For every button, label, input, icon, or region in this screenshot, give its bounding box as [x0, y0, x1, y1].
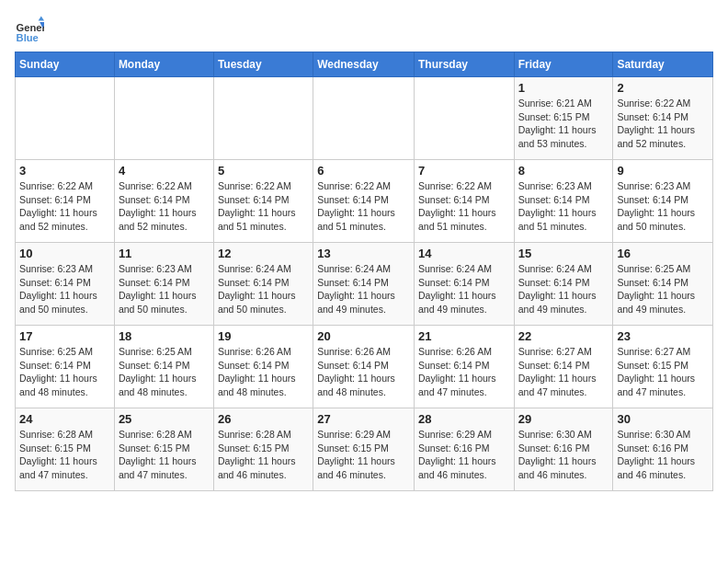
weekday-header: Friday	[514, 52, 613, 77]
weekday-header: Sunday	[16, 52, 115, 77]
day-info: Sunrise: 6:23 AM Sunset: 6:14 PM Dayligh…	[119, 262, 210, 316]
day-number: 5	[218, 164, 309, 178]
day-info: Sunrise: 6:28 AM Sunset: 6:15 PM Dayligh…	[218, 428, 309, 482]
day-number: 9	[617, 164, 709, 178]
day-info: Sunrise: 6:25 AM Sunset: 6:14 PM Dayligh…	[119, 345, 210, 399]
calendar-cell: 17Sunrise: 6:25 AM Sunset: 6:14 PM Dayli…	[16, 326, 115, 408]
weekday-header: Saturday	[613, 52, 713, 77]
day-number: 16	[617, 247, 709, 260]
calendar-cell: 16Sunrise: 6:25 AM Sunset: 6:14 PM Dayli…	[613, 243, 713, 326]
logo: General Blue	[15, 15, 48, 44]
calendar-cell: 23Sunrise: 6:27 AM Sunset: 6:15 PM Dayli…	[613, 326, 713, 408]
calendar-cell: 27Sunrise: 6:29 AM Sunset: 6:15 PM Dayli…	[313, 408, 415, 491]
calendar-cell: 11Sunrise: 6:23 AM Sunset: 6:14 PM Dayli…	[114, 243, 213, 326]
day-number: 10	[19, 247, 110, 260]
svg-marker-2	[39, 17, 44, 21]
day-number: 22	[518, 329, 609, 343]
calendar-table: SundayMondayTuesdayWednesdayThursdayFrid…	[15, 52, 713, 491]
day-number: 14	[418, 247, 510, 260]
day-info: Sunrise: 6:22 AM Sunset: 6:14 PM Dayligh…	[119, 179, 210, 234]
calendar-cell	[16, 77, 115, 160]
day-info: Sunrise: 6:26 AM Sunset: 6:14 PM Dayligh…	[418, 345, 510, 399]
day-info: Sunrise: 6:23 AM Sunset: 6:14 PM Dayligh…	[518, 179, 609, 234]
page-header: General Blue	[15, 15, 713, 44]
day-info: Sunrise: 6:22 AM Sunset: 6:14 PM Dayligh…	[218, 179, 309, 234]
weekday-header: Thursday	[414, 52, 514, 77]
calendar-cell: 9Sunrise: 6:23 AM Sunset: 6:14 PM Daylig…	[613, 160, 713, 243]
day-number: 11	[119, 247, 210, 260]
day-info: Sunrise: 6:21 AM Sunset: 6:15 PM Dayligh…	[518, 97, 609, 151]
calendar-cell: 24Sunrise: 6:28 AM Sunset: 6:15 PM Dayli…	[16, 408, 115, 491]
calendar-cell: 7Sunrise: 6:22 AM Sunset: 6:14 PM Daylig…	[414, 160, 514, 243]
calendar-cell: 22Sunrise: 6:27 AM Sunset: 6:14 PM Dayli…	[514, 326, 613, 408]
calendar-cell: 19Sunrise: 6:26 AM Sunset: 6:14 PM Dayli…	[213, 326, 313, 408]
calendar-cell: 29Sunrise: 6:30 AM Sunset: 6:16 PM Dayli…	[514, 408, 613, 491]
calendar-header: SundayMondayTuesdayWednesdayThursdayFrid…	[16, 52, 713, 77]
day-info: Sunrise: 6:24 AM Sunset: 6:14 PM Dayligh…	[317, 262, 410, 316]
day-number: 25	[119, 412, 210, 426]
calendar-cell: 5Sunrise: 6:22 AM Sunset: 6:14 PM Daylig…	[213, 160, 313, 243]
day-number: 29	[518, 412, 609, 426]
calendar-cell	[313, 77, 415, 160]
day-info: Sunrise: 6:28 AM Sunset: 6:15 PM Dayligh…	[119, 428, 210, 482]
calendar-cell	[213, 77, 313, 160]
day-info: Sunrise: 6:29 AM Sunset: 6:16 PM Dayligh…	[418, 428, 510, 482]
calendar-cell: 1Sunrise: 6:21 AM Sunset: 6:15 PM Daylig…	[514, 77, 613, 160]
svg-text:Blue: Blue	[17, 32, 39, 43]
calendar-cell: 4Sunrise: 6:22 AM Sunset: 6:14 PM Daylig…	[114, 160, 213, 243]
day-number: 4	[119, 164, 210, 178]
calendar-cell: 30Sunrise: 6:30 AM Sunset: 6:16 PM Dayli…	[613, 408, 713, 491]
day-info: Sunrise: 6:27 AM Sunset: 6:14 PM Dayligh…	[518, 345, 609, 399]
day-number: 2	[617, 81, 709, 95]
day-number: 24	[19, 412, 110, 426]
day-info: Sunrise: 6:24 AM Sunset: 6:14 PM Dayligh…	[518, 262, 609, 316]
weekday-header: Tuesday	[213, 52, 313, 77]
day-number: 12	[218, 247, 309, 260]
calendar-cell: 21Sunrise: 6:26 AM Sunset: 6:14 PM Dayli…	[414, 326, 514, 408]
calendar-cell: 3Sunrise: 6:22 AM Sunset: 6:14 PM Daylig…	[16, 160, 115, 243]
day-number: 18	[119, 329, 210, 343]
day-info: Sunrise: 6:23 AM Sunset: 6:14 PM Dayligh…	[617, 179, 709, 234]
calendar-cell: 12Sunrise: 6:24 AM Sunset: 6:14 PM Dayli…	[213, 243, 313, 326]
day-info: Sunrise: 6:22 AM Sunset: 6:14 PM Dayligh…	[617, 97, 709, 151]
day-info: Sunrise: 6:26 AM Sunset: 6:14 PM Dayligh…	[218, 345, 309, 399]
weekday-header: Wednesday	[313, 52, 415, 77]
svg-text:General: General	[17, 22, 44, 33]
day-info: Sunrise: 6:30 AM Sunset: 6:16 PM Dayligh…	[518, 428, 609, 482]
calendar-cell: 2Sunrise: 6:22 AM Sunset: 6:14 PM Daylig…	[613, 77, 713, 160]
day-info: Sunrise: 6:23 AM Sunset: 6:14 PM Dayligh…	[19, 262, 110, 316]
day-info: Sunrise: 6:26 AM Sunset: 6:14 PM Dayligh…	[317, 345, 410, 399]
day-number: 8	[518, 164, 609, 178]
day-number: 15	[518, 247, 609, 260]
calendar-cell: 13Sunrise: 6:24 AM Sunset: 6:14 PM Dayli…	[313, 243, 415, 326]
day-info: Sunrise: 6:22 AM Sunset: 6:14 PM Dayligh…	[418, 179, 510, 234]
day-number: 30	[617, 412, 709, 426]
calendar-cell	[414, 77, 514, 160]
calendar-cell: 6Sunrise: 6:22 AM Sunset: 6:14 PM Daylig…	[313, 160, 415, 243]
day-number: 28	[418, 412, 510, 426]
calendar-cell: 18Sunrise: 6:25 AM Sunset: 6:14 PM Dayli…	[114, 326, 213, 408]
day-number: 26	[218, 412, 309, 426]
day-number: 27	[317, 412, 410, 426]
calendar-cell: 26Sunrise: 6:28 AM Sunset: 6:15 PM Dayli…	[213, 408, 313, 491]
day-info: Sunrise: 6:27 AM Sunset: 6:15 PM Dayligh…	[617, 345, 709, 399]
day-number: 21	[418, 329, 510, 343]
calendar-cell	[114, 77, 213, 160]
day-number: 20	[317, 329, 410, 343]
day-info: Sunrise: 6:24 AM Sunset: 6:14 PM Dayligh…	[418, 262, 510, 316]
calendar-cell: 8Sunrise: 6:23 AM Sunset: 6:14 PM Daylig…	[514, 160, 613, 243]
logo-icon: General Blue	[15, 15, 44, 44]
day-info: Sunrise: 6:30 AM Sunset: 6:16 PM Dayligh…	[617, 428, 709, 482]
day-number: 23	[617, 329, 709, 343]
day-info: Sunrise: 6:29 AM Sunset: 6:15 PM Dayligh…	[317, 428, 410, 482]
day-info: Sunrise: 6:25 AM Sunset: 6:14 PM Dayligh…	[19, 345, 110, 399]
calendar-cell: 20Sunrise: 6:26 AM Sunset: 6:14 PM Dayli…	[313, 326, 415, 408]
calendar-cell: 15Sunrise: 6:24 AM Sunset: 6:14 PM Dayli…	[514, 243, 613, 326]
day-number: 6	[317, 164, 410, 178]
day-number: 19	[218, 329, 309, 343]
day-info: Sunrise: 6:25 AM Sunset: 6:14 PM Dayligh…	[617, 262, 709, 316]
day-number: 1	[518, 81, 609, 95]
day-number: 3	[19, 164, 110, 178]
day-number: 7	[418, 164, 510, 178]
day-number: 13	[317, 247, 410, 260]
